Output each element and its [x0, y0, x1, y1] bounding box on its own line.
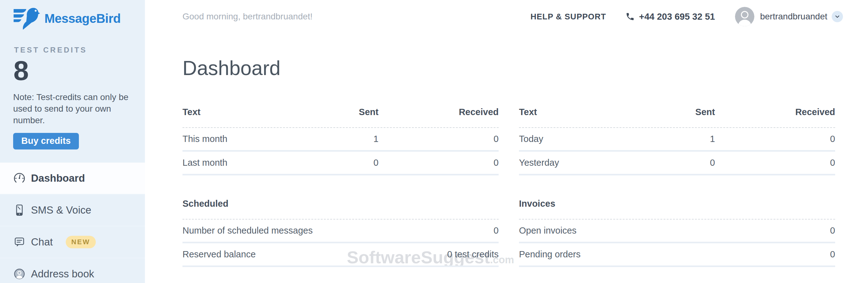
- gauge-icon: [13, 172, 26, 184]
- sidebar-item-label: SMS & Voice: [31, 204, 91, 216]
- sent-value: 0: [646, 157, 715, 168]
- help-support-link[interactable]: HELP & SUPPORT: [531, 12, 606, 22]
- person-circle-icon: [13, 268, 26, 280]
- section-title: Invoices: [519, 199, 835, 209]
- support-phone-number: +44 203 695 32 51: [639, 11, 715, 22]
- table-row: Number of scheduled messages 0: [183, 219, 499, 243]
- column-header: Sent: [309, 107, 378, 117]
- text-stats-table-right: Text Sent Received Today 1 0 Yesterday 0…: [519, 104, 835, 175]
- invoices-table: Invoices Open invoices 0 Pending orders …: [519, 196, 835, 267]
- row-label: Today: [519, 134, 646, 144]
- row-label: Reserved balance: [183, 249, 372, 259]
- column-header: Text: [519, 107, 646, 117]
- sidebar-item-label: Dashboard: [31, 172, 85, 184]
- sidebar-item-sms-voice[interactable]: SMS & Voice: [0, 194, 145, 226]
- sent-value: 1: [646, 134, 715, 144]
- test-credits-note: Note: Test-credits can only be used to s…: [13, 91, 133, 126]
- column-header: Sent: [646, 107, 715, 117]
- username-text[interactable]: bertrandbruandet: [760, 11, 827, 22]
- avatar[interactable]: [735, 7, 754, 26]
- stats-tables-row: Text Sent Received This month 1 0 Last m…: [145, 104, 868, 175]
- messagebird-logo[interactable]: MessageBird: [0, 0, 145, 31]
- main-content: Good morning, bertrandbruandet! HELP & S…: [145, 0, 868, 283]
- table-row: Pending orders 0: [519, 243, 835, 267]
- row-label: Yesterday: [519, 157, 646, 168]
- table-header: Scheduled: [183, 196, 499, 219]
- sidebar-item-dashboard[interactable]: Dashboard: [0, 163, 145, 194]
- summary-tables-row: Scheduled Number of scheduled messages 0…: [145, 196, 868, 267]
- sidebar: MessageBird TEST CREDITS 8 Note: Test-cr…: [0, 0, 145, 283]
- user-menu-toggle[interactable]: [832, 11, 843, 22]
- table-row: Yesterday 0 0: [519, 152, 835, 175]
- sent-value: 1: [309, 134, 378, 144]
- sidebar-item-label: Chat: [31, 236, 53, 248]
- sent-value: 0: [309, 157, 378, 168]
- support-phone[interactable]: +44 203 695 32 51: [625, 11, 715, 22]
- row-label: This month: [183, 134, 309, 144]
- received-value: 0: [378, 157, 499, 168]
- scheduled-table: Scheduled Number of scheduled messages 0…: [183, 196, 499, 267]
- row-label: Number of scheduled messages: [183, 225, 372, 236]
- sidebar-menu: Dashboard SMS & Voice Cha: [0, 163, 145, 283]
- chevron-down-icon: [835, 15, 839, 18]
- brand-name: MessageBird: [44, 11, 121, 26]
- row-value: 0: [372, 225, 499, 236]
- buy-credits-button[interactable]: Buy credits: [13, 133, 79, 149]
- smartphone-icon: [13, 204, 26, 216]
- table-row: This month 1 0: [183, 128, 499, 152]
- sidebar-item-address-book[interactable]: Address book: [0, 258, 145, 283]
- row-value: 0: [709, 225, 835, 236]
- test-credits-label: TEST CREDITS: [14, 46, 145, 55]
- table-header: Invoices: [519, 196, 835, 219]
- test-credits-value: 8: [13, 57, 145, 84]
- new-badge: NEW: [66, 236, 96, 248]
- table-row: Open invoices 0: [519, 219, 835, 243]
- text-stats-table-left: Text Sent Received This month 1 0 Last m…: [183, 104, 499, 175]
- section-title: Scheduled: [183, 199, 499, 209]
- top-bar: Good morning, bertrandbruandet! HELP & S…: [145, 0, 868, 33]
- row-value: 0: [709, 249, 835, 259]
- sidebar-item-label: Address book: [31, 268, 94, 280]
- table-header: Text Sent Received: [183, 104, 499, 128]
- greeting-text: Good morning, bertrandbruandet!: [183, 11, 313, 22]
- table-header: Text Sent Received: [519, 104, 835, 128]
- column-header: Received: [378, 107, 499, 117]
- row-label: Pending orders: [519, 249, 709, 259]
- row-label: Open invoices: [519, 225, 709, 236]
- table-row: Last month 0 0: [183, 152, 499, 175]
- row-value: 0 test credits: [372, 249, 499, 259]
- column-header: Received: [715, 107, 835, 117]
- page-title: Dashboard: [183, 58, 868, 78]
- received-value: 0: [715, 157, 835, 168]
- phone-icon: [625, 12, 635, 21]
- received-value: 0: [378, 134, 499, 144]
- messagebird-bird-icon: [12, 6, 40, 31]
- column-header: Text: [183, 107, 309, 117]
- chat-bubble-icon: [13, 236, 26, 248]
- table-row: Reserved balance 0 test credits: [183, 243, 499, 267]
- sidebar-item-chat[interactable]: Chat NEW: [0, 226, 145, 258]
- top-bar-right: HELP & SUPPORT +44 203 695 32 51: [531, 7, 843, 26]
- row-label: Last month: [183, 157, 309, 168]
- table-row: Today 1 0: [519, 128, 835, 152]
- received-value: 0: [715, 134, 835, 144]
